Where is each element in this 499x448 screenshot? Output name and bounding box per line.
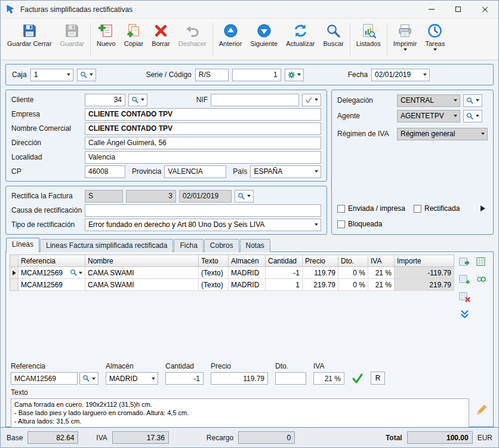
referencia-search-button[interactable] <box>79 372 98 385</box>
col-referencia[interactable]: Referencia <box>19 255 85 267</box>
cantidad-editor-label: Cantidad <box>165 362 204 370</box>
rectifica-search-button[interactable] <box>235 190 254 202</box>
toolbar-actualizar-button[interactable]: Actualizar <box>282 20 319 59</box>
toolbar-buscar-button[interactable]: Buscar <box>319 20 347 59</box>
iva-input[interactable] <box>313 372 344 385</box>
toolbar-listados-button[interactable]: Listados <box>352 20 385 59</box>
pais-select[interactable]: ESPAÑA <box>250 165 321 178</box>
nif-validate-button[interactable] <box>302 94 321 106</box>
export-lines-button[interactable] <box>475 256 487 268</box>
delegacion-select[interactable]: CENTRAL <box>397 94 460 107</box>
caja-select[interactable]: 1 <box>30 69 73 81</box>
causa-input[interactable] <box>85 204 321 217</box>
tab-lineas-factura-rectificada[interactable]: Lineas Factura simplificada rectificada <box>40 239 173 252</box>
toolbar-copiar-button[interactable]: Copiar <box>120 20 147 59</box>
table-row[interactable]: MCAM12569 CAMA SWAMI (Texto) MADRID 1 21… <box>10 279 454 291</box>
col-dto[interactable]: Dto. <box>338 255 368 267</box>
precio-input[interactable] <box>211 372 268 385</box>
new-icon <box>98 23 114 39</box>
toolbar-siguiente-button[interactable]: Siguiente <box>246 20 282 59</box>
localidad-input[interactable] <box>85 151 321 164</box>
tab-cobros[interactable]: Cobros <box>204 239 239 252</box>
cell-precio[interactable]: 119.79 <box>303 267 338 279</box>
cell-referencia[interactable]: MCAM12569 <box>19 279 85 291</box>
toolbar-imprimir-button[interactable]: Imprimir <box>389 20 421 59</box>
cell-iva[interactable]: 21 % <box>368 267 395 279</box>
cell-dto[interactable]: 0 % <box>338 279 368 291</box>
col-texto[interactable]: Texto <box>199 255 229 267</box>
goto-rectificada-button[interactable] <box>480 205 485 211</box>
cell-almacen[interactable]: MADRID <box>229 279 266 291</box>
cliente-label: Cliente <box>11 96 82 104</box>
base-field: 82.64 <box>27 431 78 444</box>
toolbar-borrar-button[interactable]: Borrar <box>147 20 174 59</box>
tab-notas[interactable]: Notas <box>240 239 270 252</box>
delegacion-search-button[interactable] <box>463 94 482 107</box>
link-line-button[interactable] <box>475 273 487 285</box>
expand-lines-button[interactable] <box>458 308 470 320</box>
search-icon <box>466 97 474 105</box>
col-precio[interactable]: Precio <box>303 255 338 267</box>
cp-input[interactable] <box>85 165 125 178</box>
tab-lineas[interactable]: Líneas <box>6 238 39 252</box>
tab-ficha[interactable]: Ficha <box>174 239 203 252</box>
cell-texto[interactable]: (Texto) <box>199 267 229 279</box>
cliente-input[interactable] <box>85 94 125 106</box>
regimen-select[interactable]: Régimen general <box>397 128 488 140</box>
tipo-select[interactable]: Error fundado en derecho y Art 80 Uno Do… <box>85 219 321 231</box>
col-nombre[interactable]: Nombre <box>85 255 199 267</box>
toolbar-anterior-button[interactable]: Anterior <box>215 20 247 59</box>
nombre-comercial-input[interactable] <box>85 122 321 135</box>
nif-input[interactable] <box>211 94 299 106</box>
rectificada-checkbox[interactable]: Rectificada <box>414 204 460 213</box>
bloqueada-checkbox[interactable]: Bloqueada <box>337 220 382 228</box>
toolbar-guardar-cerrar-button[interactable]: Guardar Cerrar <box>3 20 56 59</box>
agente-select[interactable]: AGENTETPV <box>397 110 460 122</box>
codigo-input[interactable] <box>232 69 281 81</box>
cell-texto[interactable]: (Texto) <box>199 279 229 291</box>
col-almacen[interactable]: Almacén <box>229 255 266 267</box>
texto-area[interactable]: Cama forrada en cuero. 190x2x112 (31,5)h… <box>11 398 469 431</box>
agente-search-button[interactable] <box>463 110 482 122</box>
caja-search-button[interactable] <box>77 69 96 81</box>
cell-cantidad[interactable]: 1 <box>266 279 303 291</box>
edit-pencil-icon[interactable] <box>475 403 488 416</box>
maximize-button[interactable] <box>445 1 472 18</box>
cliente-search-button[interactable] <box>128 94 147 106</box>
minimize-button[interactable] <box>418 1 445 18</box>
chevron-down-icon[interactable] <box>79 272 82 274</box>
enviada-checkbox[interactable]: Enviada / impresa <box>337 204 414 213</box>
col-cantidad[interactable]: Cantidad <box>266 255 303 267</box>
cell-iva[interactable]: 21 % <box>368 279 395 291</box>
toolbar-nuevo-button[interactable]: Nuevo <box>93 20 120 59</box>
col-iva[interactable]: IVA <box>368 255 395 267</box>
provincia-input[interactable] <box>164 165 226 178</box>
recargo-toggle-button[interactable]: R <box>371 372 385 385</box>
cell-almacen[interactable]: MADRID <box>229 267 266 279</box>
cell-cantidad[interactable]: -1 <box>266 267 303 279</box>
close-button[interactable] <box>472 1 498 18</box>
cell-precio[interactable]: 219.79 <box>303 279 338 291</box>
cell-nombre[interactable]: CAMA SWAMI <box>85 279 199 291</box>
insert-line-button[interactable] <box>458 256 470 268</box>
col-importe[interactable]: Importe <box>395 255 454 267</box>
fecha-select[interactable]: 02/01/2019 <box>371 69 430 81</box>
table-row[interactable]: MCAM12569 CAMA SWAMI (Texto) MADRID -1 1… <box>10 267 454 279</box>
cell-dto[interactable]: 0 % <box>338 267 368 279</box>
cell-nombre[interactable]: CAMA SWAMI <box>85 267 199 279</box>
search-icon[interactable] <box>70 269 78 277</box>
delete-line-button[interactable] <box>458 290 470 302</box>
dto-input[interactable] <box>275 372 306 385</box>
toolbar-guardar-button[interactable]: Guardar <box>56 20 88 59</box>
empresa-input[interactable] <box>85 108 321 121</box>
confirm-line-button[interactable] <box>352 372 364 384</box>
add-line-button[interactable] <box>458 273 470 285</box>
codigo-settings-button[interactable] <box>285 69 304 81</box>
serie-input[interactable] <box>195 69 229 81</box>
referencia-input[interactable] <box>11 372 78 385</box>
toolbar-deshacer-button[interactable]: Deshacer <box>174 20 211 59</box>
almacen-select[interactable]: MADRID <box>106 372 158 385</box>
cantidad-input[interactable] <box>165 372 204 385</box>
direccion-input[interactable] <box>85 137 321 149</box>
toolbar-tareas-button[interactable]: Tareas <box>421 20 449 59</box>
